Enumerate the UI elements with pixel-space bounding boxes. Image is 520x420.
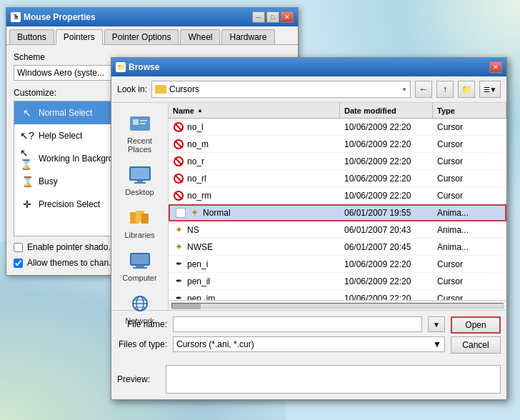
file-type-cell: Cursor <box>433 121 506 134</box>
table-row[interactable]: no_rl 10/06/2009 22:20 Cursor <box>169 170 506 187</box>
browse-toolbar: Look in: Cursors ▼ ← ↑ 📁 ☰▼ <box>111 76 506 103</box>
sidebar-item-libraries[interactable]: Libraries <box>116 203 164 243</box>
browse-preview: Preview: <box>111 362 506 399</box>
folder-icon <box>155 85 166 94</box>
tab-wheel[interactable]: Wheel <box>180 29 220 44</box>
table-row[interactable]: no_m 10/06/2009 22:20 Cursor <box>169 136 506 153</box>
file-name-input[interactable] <box>173 316 422 332</box>
svg-rect-7 <box>134 182 146 184</box>
star-cursor-icon: ✦ <box>173 241 184 253</box>
cancel-button[interactable]: Cancel <box>451 336 501 354</box>
browse-title: Browse <box>129 62 159 72</box>
pen-icon: ✒ <box>173 276 184 287</box>
scroll-track <box>171 303 504 309</box>
maximize-button[interactable]: □ <box>266 11 279 23</box>
sidebar-item-recent[interactable]: Recent Places <box>116 109 164 157</box>
browse-controls: ✕ <box>489 61 502 73</box>
browse-form: File name: ▼ Files of type: Cursors (*.a… <box>111 310 506 362</box>
look-in-dropdown[interactable]: Cursors ▼ <box>151 81 411 98</box>
file-name-cell: no_r <box>169 154 340 169</box>
new-folder-button[interactable]: 📁 <box>458 81 475 98</box>
table-row[interactable]: ✦ NWSE 06/01/2007 20:45 Anima... <box>169 239 506 256</box>
sidebar-recent-label: Recent Places <box>119 136 161 154</box>
close-button[interactable]: ✕ <box>281 11 294 23</box>
file-date-cell: 10/06/2009 22:20 <box>340 121 433 134</box>
pen-icon: ✒ <box>173 293 184 301</box>
prohibit-icon <box>173 173 184 184</box>
file-date-cell: 10/06/2009 22:20 <box>340 275 433 288</box>
mouse-props-controls: ─ □ ✕ <box>252 11 294 23</box>
col-header-date[interactable]: Date modified <box>340 103 433 118</box>
star-cursor-icon: ✦ <box>173 224 184 236</box>
back-nav-button[interactable]: ← <box>415 81 432 98</box>
file-type-cell: Cursor <box>433 189 506 202</box>
file-type-cell: Cursor <box>433 172 506 185</box>
table-row[interactable]: ✦ NS 06/01/2007 20:43 Anima... <box>169 221 506 239</box>
dropdown-arrow-icon: ▼ <box>401 86 407 93</box>
table-row[interactable]: no_r 10/06/2009 22:20 Cursor <box>169 153 506 170</box>
file-type-cell: Cursor <box>433 275 506 288</box>
sidebar-computer-label: Computer <box>122 274 156 282</box>
checkbox-pointer-shadow[interactable] <box>14 243 23 252</box>
desktop-icon <box>127 164 153 186</box>
file-type-value: Cursors (*.ani, *.cur) <box>176 339 254 349</box>
file-date-cell: 10/06/2009 22:20 <box>340 292 433 301</box>
row-checkbox[interactable] <box>176 208 186 218</box>
svg-rect-5 <box>131 168 149 179</box>
sidebar-item-desktop[interactable]: Desktop <box>116 160 164 200</box>
table-row[interactable]: ✒ pen_i 10/06/2009 22:20 Cursor <box>169 256 506 273</box>
col-header-type[interactable]: Type <box>433 103 506 118</box>
precision-icon: ✛ <box>20 197 34 211</box>
file-type-cell: Cursor <box>433 155 506 168</box>
file-name-row: File name: ▼ <box>117 316 445 332</box>
file-date-cell: 06/01/2007 19:55 <box>340 206 433 219</box>
browse-close-button[interactable]: ✕ <box>489 61 502 73</box>
col-header-name[interactable]: Name ▲ <box>169 103 340 118</box>
working-bg-icon: ↖⌛ <box>20 151 34 166</box>
checkbox-allow-themes[interactable] <box>14 259 23 268</box>
star-cursor-icon: ✦ <box>189 207 200 219</box>
file-list-area: Name ▲ Date modified Type no_l 10/06/200… <box>169 103 506 310</box>
mouse-props-titlebar: 🖱 Mouse Properties ─ □ ✕ <box>6 8 298 26</box>
file-type-label: Files of type: <box>117 339 167 349</box>
sidebar-libraries-label: Libraries <box>124 231 154 239</box>
file-list[interactable]: no_l 10/06/2009 22:20 Cursor no_m 10/06/… <box>169 119 506 300</box>
tab-buttons[interactable]: Buttons <box>9 29 54 44</box>
file-date-cell: 10/06/2009 22:20 <box>340 155 433 168</box>
table-row-selected[interactable]: ✦ Normal 06/01/2007 19:55 Anima... <box>169 204 506 221</box>
views-button[interactable]: ☰▼ <box>479 81 501 98</box>
table-row[interactable]: ✒ pen_il 10/06/2009 22:20 Cursor <box>169 273 506 290</box>
svg-rect-1 <box>133 119 139 125</box>
computer-icon <box>127 249 153 272</box>
tab-hardware[interactable]: Hardware <box>221 29 274 44</box>
minimize-button[interactable]: ─ <box>252 11 265 23</box>
file-type-row: Files of type: Cursors (*.ani, *.cur) ▼ <box>117 336 445 352</box>
file-name-cell: ✦ NWSE <box>169 240 340 254</box>
prohibit-icon <box>173 139 184 150</box>
file-name-cell: no_rl <box>169 171 340 186</box>
normal-select-label: Normal Select <box>39 108 92 118</box>
network-icon <box>127 292 153 315</box>
tab-pointer-options[interactable]: Pointer Options <box>104 29 179 44</box>
svg-rect-10 <box>141 214 149 224</box>
file-type-dropdown-arrow: ▼ <box>433 339 441 349</box>
file-type-select[interactable]: Cursors (*.ani, *.cur) ▼ <box>173 336 445 352</box>
table-row[interactable]: ✒ pen_im 10/06/2009 22:20 Cursor <box>169 290 506 300</box>
file-name-dropdown-button[interactable]: ▼ <box>428 316 445 332</box>
file-name-label: File name: <box>117 319 167 329</box>
file-type-cell: Cursor <box>433 138 506 151</box>
sidebar-desktop-label: Desktop <box>125 188 154 196</box>
tab-pointers[interactable]: Pointers <box>56 29 103 45</box>
table-row[interactable]: no_rm 10/06/2009 22:20 Cursor <box>169 187 506 204</box>
browse-dialog: 📁 Browse ✕ Look in: Cursors ▼ ← ↑ 📁 ☰▼ <box>111 57 507 400</box>
folder-up-button[interactable]: ↑ <box>436 81 454 98</box>
table-row[interactable]: no_l 10/06/2009 22:20 Cursor <box>169 119 506 136</box>
file-date-cell: 06/01/2007 20:45 <box>340 241 433 254</box>
open-button[interactable]: Open <box>451 316 501 334</box>
look-in-label: Look in: <box>117 84 147 94</box>
scroll-thumb <box>172 304 201 309</box>
sidebar-item-computer[interactable]: Computer <box>116 246 164 286</box>
file-name-cell: no_m <box>169 137 340 151</box>
horizontal-scrollbar[interactable] <box>169 300 506 310</box>
file-type-cell: Anima... <box>433 241 506 254</box>
